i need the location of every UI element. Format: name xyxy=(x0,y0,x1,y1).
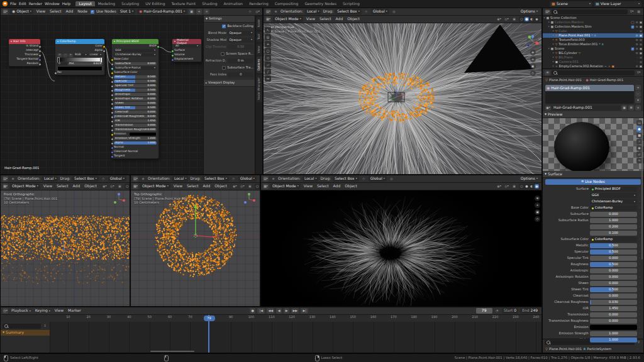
pivot-point-icon[interactable]: ⊕ xyxy=(10,176,16,182)
principled-input-clearcoat-roughness[interactable]: Clearcoat Roughness0.030 xyxy=(112,114,158,119)
principled-input-normal[interactable]: Normal xyxy=(112,145,158,150)
frame-start-field[interactable]: Start0 xyxy=(502,308,519,314)
mode-dropdown[interactable]: Object Mode▾ xyxy=(273,16,303,22)
hide-viewport-icon[interactable]: ⊙ xyxy=(636,25,638,28)
npanel-tab-node[interactable]: Node xyxy=(257,17,263,30)
menu-object[interactable]: Object xyxy=(83,184,98,189)
viewport-rendered-canvas[interactable]: ⊕ + ▣ ◇ xyxy=(261,190,542,307)
prop-emission-strength[interactable]: Emission Strength1.000· xyxy=(543,331,643,337)
viewport-top-canvas[interactable]: Top Orthographic (79) Scene | Plane.Poin… xyxy=(131,190,260,307)
pivot-point-icon[interactable]: ⊕ xyxy=(140,176,146,182)
prop-christensen-burley[interactable]: Christensen-Burley▾· xyxy=(543,199,643,205)
prop-emission[interactable]: Emission· xyxy=(543,324,643,331)
editor-type-icon[interactable]: ▤▾ xyxy=(133,176,138,182)
properties-scrollbar[interactable] xyxy=(641,128,643,260)
npanel-tab-options[interactable]: Options xyxy=(257,57,263,74)
active-tool-dropdown[interactable]: Select Box▾ xyxy=(333,176,359,182)
ramp-gradient[interactable] xyxy=(55,57,104,62)
ramp-position-slider[interactable]: Pos0.023 xyxy=(68,62,103,66)
blend-mode-dropdown[interactable]: Opaque▾ xyxy=(228,31,253,36)
breadcrumb-material[interactable]: Hair-Grad-Ramp.001 xyxy=(590,79,623,82)
unlink-button[interactable]: × xyxy=(204,9,209,14)
settings-panel-header[interactable]: ▼Settings xyxy=(204,16,255,23)
channel-summary[interactable]: ▼Summary xyxy=(1,330,50,336)
shading-wireframe-button[interactable]: ○ xyxy=(519,184,524,189)
principled-input-clearcoat[interactable]: Clearcoat0.000 xyxy=(112,110,158,114)
prop-metallic[interactable]: Metallic0.500· xyxy=(543,243,643,249)
play-reverse-button[interactable]: ◀ xyxy=(276,308,282,314)
browse-material-icon[interactable]: ◉▾ xyxy=(545,106,551,111)
outliner-filter-icon[interactable]: ∇▾ xyxy=(629,9,635,14)
backface-culling-checkbox[interactable]: ✓ xyxy=(222,25,226,28)
hide-viewport-icon[interactable]: – xyxy=(636,30,638,33)
shading-solid-button[interactable]: ● xyxy=(525,17,529,21)
surface-panel-header[interactable]: ▼Surface xyxy=(543,171,643,178)
principled-subsurface-method-dropdown[interactable]: Christensen-Burley▾ xyxy=(114,53,157,57)
outliner-item-bg-cylinder[interactable]: ▸▽BG.Cylinder▽⊙▣ xyxy=(543,51,643,55)
proportional-editing-icon[interactable]: ◎ xyxy=(389,176,394,182)
gizmo-toggle-icon[interactable]: ◉▾ xyxy=(496,184,502,189)
topbar-menu-window[interactable]: Window xyxy=(43,1,61,6)
principled-input-anisotropic-rotation[interactable]: Anisotropic Rotation0.000 xyxy=(112,97,158,101)
ramp-remove-stop-button[interactable]: - xyxy=(63,53,68,57)
overlays-toggle-icon[interactable]: ◎▾ xyxy=(504,184,509,189)
viewport-toolbar[interactable]: ↖◎+○◇▱/↔ xyxy=(265,27,271,82)
principled-input-tangent[interactable]: Tangent xyxy=(112,154,158,158)
principled-distribution-dropdown[interactable]: GGX▾ xyxy=(114,49,157,53)
pin-icon[interactable]: ◦ xyxy=(635,78,641,84)
outliner-search-input[interactable] xyxy=(552,9,628,14)
ssr-checkbox[interactable] xyxy=(221,52,225,56)
axis-navigator-gizmo[interactable] xyxy=(526,35,540,48)
gizmo-toggle-icon[interactable]: ◉▾ xyxy=(496,16,502,22)
copy-material-button[interactable]: ⊞ xyxy=(628,105,634,111)
fake-user-button[interactable]: ▣ xyxy=(189,9,194,14)
hide-viewport-icon[interactable]: ⊙ xyxy=(636,21,638,24)
node-canvas[interactable]: ▾Hair Info Is StrandInterceptThicknessTa… xyxy=(1,16,203,175)
workspace-tab-animation[interactable]: Animation xyxy=(221,1,247,7)
node-hair-info[interactable]: ▾Hair Info Is StrandInterceptThicknessTa… xyxy=(8,38,41,67)
hide-viewport-icon[interactable]: ⊙ xyxy=(636,43,638,46)
prop-transmission[interactable]: Transmission0.000· xyxy=(543,312,643,318)
orientation-dropdown[interactable]: Local▾ xyxy=(42,176,58,182)
menu-object[interactable]: Object xyxy=(213,184,228,189)
principled-input-sheen-tint[interactable]: Sheen Tint0.500 xyxy=(112,106,158,110)
sss-translucency-checkbox[interactable] xyxy=(222,66,226,70)
outliner-item-torus-emitter-master-001[interactable]: ▸▽Torus.Emitter.Master.001*¤⊙▣ xyxy=(543,42,643,47)
shading-wireframe-button[interactable]: ○ xyxy=(255,184,260,189)
disable-render-icon[interactable]: ▣ xyxy=(640,56,642,59)
workspace-tab-uv-editing[interactable]: UV Editing xyxy=(142,1,168,7)
disable-render-icon[interactable]: ▣ xyxy=(640,52,642,55)
outliner-display-mode-icon[interactable]: ▤▾ xyxy=(545,9,550,14)
menu-select[interactable]: Select xyxy=(186,184,200,189)
xray-toggle-icon[interactable]: ▣ xyxy=(247,184,253,189)
pivot-point-icon[interactable]: ⊕ xyxy=(273,9,279,14)
use-nodes-button[interactable]: ⊞Use Nodes xyxy=(545,179,641,185)
pass-index-field[interactable]: 0 xyxy=(228,72,253,77)
menu-view[interactable]: View xyxy=(303,184,314,189)
snap-target-dropdown[interactable]: Global▾ xyxy=(369,176,387,182)
blender-logo-icon[interactable] xyxy=(3,1,8,6)
outliner-item-bg-plane[interactable]: ▸▽BG.Plane–▣ xyxy=(543,55,643,60)
disable-render-icon[interactable]: ▣ xyxy=(640,60,642,63)
mode-dropdown[interactable]: Object Mode▾ xyxy=(140,184,170,189)
proportional-editing-icon[interactable]: ◎ xyxy=(258,176,260,182)
prop-anisotropic-rotation[interactable]: Anisotropic Rotation0.000· xyxy=(543,274,643,280)
prop-subsurface[interactable]: Subsurface0.000· xyxy=(543,211,643,217)
prop-clearcoat-roughness[interactable]: Clearcoat Roughness0.030· xyxy=(543,299,643,305)
overlays-toggle-icon[interactable]: ◎▾ xyxy=(504,16,509,22)
prop-ior[interactable]: IOR1.450· xyxy=(543,305,643,312)
editor-type-icon[interactable]: ▦▾ xyxy=(263,184,269,189)
menu-select[interactable]: Select xyxy=(55,184,70,189)
menu-select[interactable]: Select xyxy=(316,184,330,189)
prop-subsurface-color[interactable]: Subsurface ColorColorRamp· xyxy=(543,236,643,243)
particle-breadcrumb-object[interactable]: Plane.Point.Hair.001 xyxy=(549,348,582,351)
gizmo-toggle-icon[interactable]: ◉▾ xyxy=(102,184,108,189)
ramp-stop-color-swatch[interactable] xyxy=(55,66,104,70)
outliner-item-empty-camera-002-rotation[interactable]: ▸+Empty.Camera.002.Rotation~+▣⊙▣ xyxy=(543,64,643,69)
prop-surface[interactable]: SurfacePrincipled BSDF· xyxy=(543,186,643,192)
shading-wireframe-button[interactable]: ○ xyxy=(519,17,524,21)
gizmo-toggle-icon[interactable]: ◉▾ xyxy=(232,184,238,189)
topbar-menu-render[interactable]: Render xyxy=(28,1,43,6)
principled-input-specular-tint[interactable]: Specular Tint0.000 xyxy=(112,84,158,88)
principled-input-clearcoat-normal[interactable]: Clearcoat Normal xyxy=(112,150,158,154)
